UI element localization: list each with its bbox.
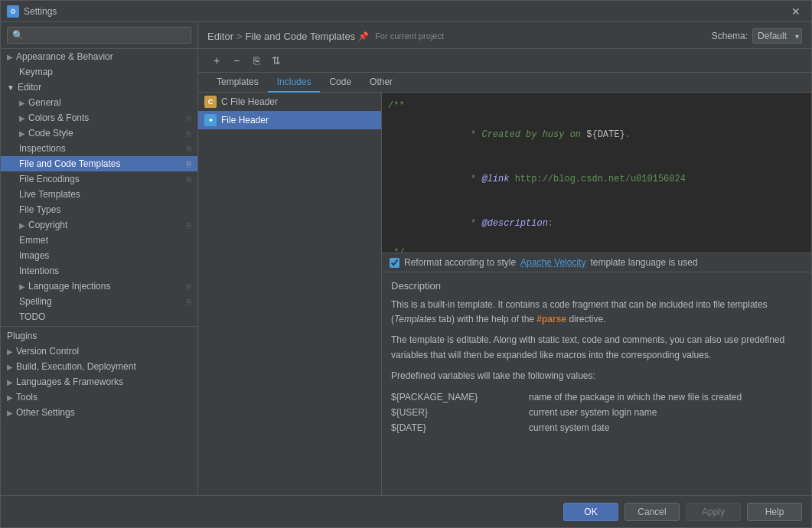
tab-other[interactable]: Other (360, 73, 402, 93)
code-comment: * (465, 129, 482, 140)
code-italic: Created by husy on (481, 129, 586, 140)
arrow-icon: ▶ (7, 378, 13, 386)
var-row-user: ${USER} current user system login name (391, 405, 802, 420)
sidebar-item-editor[interactable]: ▼ Editor (1, 80, 197, 95)
window-title: Settings (24, 6, 787, 17)
sidebar-item-intentions[interactable]: Intentions (1, 263, 197, 279)
template-item-label: File Header (221, 115, 269, 125)
code-url: http://blog.csdn.net/u010156024 (509, 174, 685, 184)
arrow-icon: ▶ (7, 53, 13, 61)
close-button[interactable]: ✕ (787, 4, 805, 19)
sidebar-item-live-templates[interactable]: Live Templates (1, 187, 197, 202)
apache-velocity-link[interactable]: Apache Velocity (520, 257, 585, 268)
sidebar-item-label: File Types (19, 204, 60, 215)
breadcrumb: Editor > File and Code Templates 📌 For c… (207, 31, 444, 42)
description-area: Description This is a built-in template.… (382, 272, 811, 495)
copy-button[interactable]: ⎘ (247, 52, 266, 69)
c-file-header-icon: C (204, 96, 217, 108)
sidebar-item-inspections[interactable]: Inspections ⎘ (1, 141, 197, 156)
sidebar-item-label: Inspections (19, 143, 66, 154)
sidebar-item-code-style[interactable]: ▶ Code Style ⎘ (1, 125, 197, 141)
app-icon: ⚙ (7, 5, 19, 18)
for-project-label: For current project (375, 31, 444, 41)
sidebar-item-file-encodings[interactable]: File Encodings ⎘ (1, 171, 197, 187)
sidebar-item-images[interactable]: Images (1, 248, 197, 263)
sidebar-item-general[interactable]: ▶ General (1, 95, 197, 110)
help-button[interactable]: Help (747, 503, 802, 521)
template-item-file-header[interactable]: ✦ File Header (198, 111, 381, 129)
code-line-5: */ (388, 246, 805, 253)
code-editor[interactable]: /** * Created by husy on ${DATE}. * @lin… (382, 93, 811, 253)
var-desc-package: name of the package in which the new fil… (529, 392, 742, 403)
sidebar-item-file-types[interactable]: File Types (1, 202, 197, 217)
settings-window: ⚙ Settings ✕ ▶ Appearance & Behavior Key… (0, 0, 812, 528)
sidebar-item-label: Live Templates (19, 189, 80, 200)
parse-bold: #parse (536, 314, 566, 324)
sidebar-item-languages[interactable]: ▶ Languages & Frameworks (1, 374, 197, 389)
template-item-c-file-header[interactable]: C C File Header (198, 93, 381, 111)
tabs-bar: Templates Includes Code Other (198, 73, 811, 93)
copy-icon: ⎘ (187, 221, 191, 230)
arrow-icon: ▶ (7, 393, 13, 402)
sidebar-item-build[interactable]: ▶ Build, Execution, Deployment (1, 359, 197, 374)
breadcrumb-editor: Editor (207, 31, 233, 42)
sidebar-item-version-control[interactable]: ▶ Version Control (1, 344, 197, 359)
search-input[interactable] (7, 27, 191, 44)
apply-button[interactable]: Apply (686, 503, 741, 521)
sidebar-item-spelling[interactable]: Spelling ⎘ (1, 294, 197, 309)
tab-includes[interactable]: Includes (268, 73, 321, 93)
add-button[interactable]: + (207, 52, 226, 69)
sidebar-item-label: General (28, 97, 61, 108)
arrow-icon: ▶ (19, 114, 25, 122)
sidebar-item-tools[interactable]: ▶ Tools (1, 389, 197, 405)
schema-label: Schema: (712, 31, 748, 41)
move-button[interactable]: ⇅ (267, 52, 285, 69)
tab-templates[interactable]: Templates (207, 73, 268, 93)
remove-button[interactable]: − (227, 52, 246, 69)
reformat-checkbox[interactable] (390, 258, 399, 268)
sidebar-item-colors-fonts[interactable]: ▶ Colors & Fonts ⎘ (1, 110, 197, 125)
reformat-bar: Reformat according to style Apache Veloc… (382, 253, 811, 272)
sidebar-item-label: Colors & Fonts (28, 112, 89, 123)
divider (1, 326, 197, 327)
sidebar-item-label: TODO (19, 311, 45, 322)
sidebar-item-keymap[interactable]: Keymap (1, 64, 197, 80)
code-line-2: * Created by husy on ${DATE}. (388, 113, 805, 158)
sidebar-item-todo[interactable]: TODO (1, 309, 197, 324)
arrow-icon: ▼ (7, 83, 15, 92)
sidebar-item-other-settings[interactable]: ▶ Other Settings (1, 405, 197, 420)
ok-button[interactable]: OK (563, 503, 618, 521)
code-comment3: * (465, 218, 482, 229)
sidebar-item-file-and-code-templates[interactable]: File and Code Templates ⎘ (1, 156, 197, 171)
description-title: Description (391, 280, 802, 292)
var-row-date: ${DATE} current system date (391, 420, 802, 435)
schema-dropdown[interactable]: Default (752, 28, 802, 44)
var-desc-date: current system date (529, 422, 609, 433)
copy-icon: ⎘ (187, 145, 191, 153)
bottom-bar: OK Cancel Apply Help (1, 495, 811, 527)
sidebar-item-copyright[interactable]: ▶ Copyright ⎘ (1, 217, 197, 233)
sidebar-item-plugins[interactable]: Plugins (1, 328, 197, 344)
sidebar-item-language-injections[interactable]: ▶ Language Injections ⎘ (1, 279, 197, 294)
pin-icon: 📌 (358, 31, 369, 41)
sidebar-item-label: Editor (18, 82, 41, 93)
sidebar-item-label: Build, Execution, Deployment (16, 361, 136, 372)
sidebar-item-label: Code Style (28, 128, 73, 139)
template-item-label: C File Header (221, 96, 278, 107)
copy-icon: ⎘ (187, 282, 191, 291)
description-paragraph-1: This is a built-in template. It contains… (391, 298, 802, 327)
sidebar-item-appearance[interactable]: ▶ Appearance & Behavior (1, 49, 197, 64)
tab-code[interactable]: Code (320, 73, 360, 93)
copy-icon: ⎘ (187, 160, 191, 168)
sidebar-item-label: Other Settings (16, 407, 75, 418)
toolbar: + − ⎘ ⇅ (198, 49, 811, 73)
var-name-package: ${PACKAGE_NAME} (391, 392, 529, 403)
sidebar-item-label: Appearance & Behavior (16, 51, 113, 62)
code-line-3: * @link http://blog.csdn.net/u010156024 (388, 158, 805, 202)
sidebar-item-emmet[interactable]: Emmet (1, 233, 197, 248)
copy-icon: ⎘ (187, 175, 191, 184)
cancel-button[interactable]: Cancel (624, 503, 680, 521)
sidebar-item-label: Keymap (19, 67, 53, 77)
var-desc-user: current user system login name (529, 407, 657, 418)
sidebar-item-label: Intentions (19, 266, 59, 276)
